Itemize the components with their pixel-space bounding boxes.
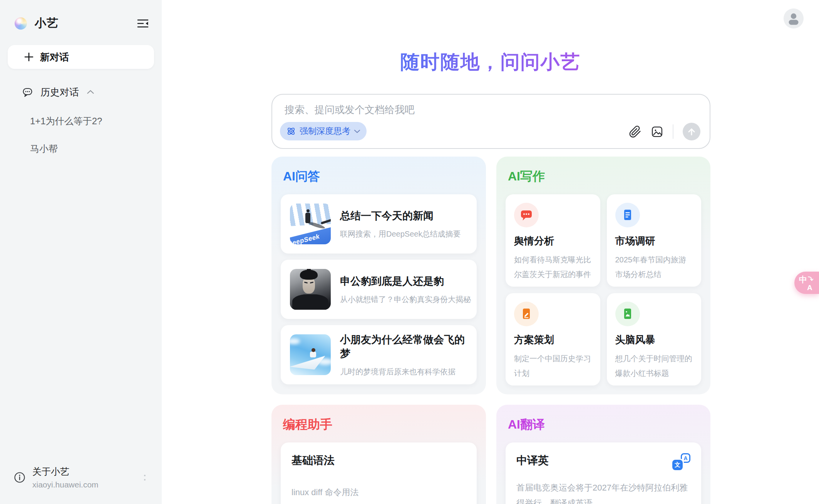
code-card-basics[interactable]: 基础语法 linux diff 命令用法 bbox=[281, 442, 477, 504]
translate-float-button[interactable]: 中 A bbox=[794, 272, 819, 294]
card-title: 小朋友为什么经常做会飞的梦 bbox=[340, 333, 471, 360]
comment-bubble-icon bbox=[514, 203, 539, 227]
document-icon bbox=[615, 203, 640, 227]
card-desc: 制定一个中国历史学习计划 bbox=[514, 351, 592, 381]
section-ai-qa: AI问答 DeepSeek 总结一下今天的新闻 联网搜索，用DeepSeek总结… bbox=[271, 157, 486, 394]
card-title: 总结一下今天的新闻 bbox=[340, 209, 461, 223]
history-label: 历史对话 bbox=[40, 86, 79, 98]
translate-icon: A 文 bbox=[672, 453, 690, 470]
flying-dream-thumbnail bbox=[290, 334, 331, 375]
card-desc: 想几个关于时间管理的爆款小红书标题 bbox=[615, 351, 693, 381]
history-item[interactable]: 1+1为什么等于2? bbox=[0, 107, 162, 135]
attach-file-icon[interactable] bbox=[629, 125, 641, 138]
card-title: 方案策划 bbox=[514, 333, 592, 347]
chinese-char: 中 bbox=[799, 274, 807, 285]
plus-icon bbox=[24, 52, 34, 62]
card-desc: 如何看待马斯克曝光比尔盖茨关于新冠的事件 bbox=[514, 252, 592, 282]
prompt-input[interactable] bbox=[285, 103, 631, 120]
new-chat-label: 新对话 bbox=[40, 51, 69, 63]
write-card-planning[interactable]: 方案策划 制定一个中国历史学习计划 bbox=[506, 293, 600, 386]
image-doc-icon bbox=[615, 302, 640, 326]
section-ai-translation: AI翻译 中译英 A 文 首届电竞奥运会将于2027年在沙特阿拉伯利雅得举行。翻… bbox=[496, 405, 710, 504]
collapse-sidebar-icon[interactable] bbox=[137, 18, 149, 28]
write-card-sentiment[interactable]: 舆情分析 如何看待马斯克曝光比尔盖茨关于新冠的事件 bbox=[506, 194, 600, 287]
page-title: 随时随地，问问小艺 bbox=[162, 49, 819, 75]
suggestion-sections: AI问答 DeepSeek 总结一下今天的新闻 联网搜索，用DeepSeek总结… bbox=[271, 157, 710, 504]
main-content: 随时随地，问问小艺 强制深度思考 bbox=[162, 0, 819, 504]
user-avatar[interactable] bbox=[784, 8, 804, 28]
about-link[interactable]: 关于小艺 bbox=[32, 466, 99, 478]
card-desc: linux diff 命令用法 bbox=[291, 485, 466, 500]
card-title: 舆情分析 bbox=[514, 234, 592, 248]
translate-card-zh-en[interactable]: 中译英 A 文 首届电竞奥运会将于2027年在沙特阿拉伯利雅得举行。翻译成英语 bbox=[506, 442, 701, 504]
card-desc: 首届电竞奥运会将于2027年在沙特阿拉伯利雅得举行。翻译成英语 bbox=[516, 480, 690, 504]
arrow-up-icon bbox=[687, 127, 697, 137]
xiaoyi-logo-icon bbox=[15, 17, 27, 30]
section-title: AI问答 bbox=[283, 168, 477, 185]
card-title: 基础语法 bbox=[291, 453, 466, 468]
translate-arrow-icon bbox=[807, 276, 814, 282]
qa-card-news[interactable]: DeepSeek 总结一下今天的新闻 联网搜索，用DeepSeek总结成摘要 bbox=[281, 194, 477, 254]
section-title: AI翻译 bbox=[508, 416, 701, 433]
section-title: AI写作 bbox=[508, 168, 701, 185]
card-desc: 联网搜索，用DeepSeek总结成摘要 bbox=[340, 229, 461, 239]
card-desc: 儿时的梦境背后原来也有科学依据 bbox=[340, 367, 471, 377]
info-icon bbox=[14, 472, 25, 483]
history-list: 1+1为什么等于2? 马小帮 bbox=[0, 107, 162, 163]
write-card-research[interactable]: 市场调研 2025年春节国内旅游市场分析总结 bbox=[607, 194, 702, 287]
atom-icon bbox=[286, 126, 296, 136]
send-button[interactable] bbox=[683, 123, 700, 140]
write-card-brainstorm[interactable]: 头脑风暴 想几个关于时间管理的爆款小红书标题 bbox=[607, 293, 702, 386]
section-coding-assistant: 编程助手 基础语法 linux diff 命令用法 bbox=[271, 405, 486, 504]
chat-history-icon bbox=[22, 87, 33, 97]
divider bbox=[673, 124, 673, 139]
qa-card-flying-dream[interactable]: 小朋友为什么经常做会飞的梦 儿时的梦境背后原来也有科学依据 bbox=[281, 325, 477, 384]
upload-image-icon[interactable] bbox=[651, 125, 663, 138]
prompt-input-box[interactable]: 强制深度思考 bbox=[271, 94, 710, 149]
card-title: 头脑风暴 bbox=[615, 333, 693, 347]
section-ai-writing: AI写作 舆情分析 如何看待马斯克曝光比尔盖茨关于新冠的事件 bbox=[496, 157, 710, 394]
card-title: 申公豹到底是人还是豹 bbox=[340, 274, 471, 288]
sidebar: 小艺 新对话 历史对话 bbox=[0, 0, 162, 504]
sidebar-header: 小艺 bbox=[0, 0, 162, 31]
history-item[interactable]: 马小帮 bbox=[0, 135, 162, 163]
chevron-down-icon bbox=[354, 129, 360, 134]
qa-card-shengongbao[interactable]: 申公豹到底是人还是豹 从小就想错了？申公豹真实身份大揭秘 bbox=[281, 260, 477, 319]
app-title: 小艺 bbox=[35, 15, 59, 31]
section-title: 编程助手 bbox=[283, 416, 477, 433]
shengongbao-thumbnail bbox=[290, 269, 331, 310]
person-icon bbox=[784, 8, 804, 28]
plan-edit-icon bbox=[514, 302, 539, 326]
history-header[interactable]: 历史对话 bbox=[11, 82, 151, 102]
card-desc: 2025年春节国内旅游市场分析总结 bbox=[615, 252, 693, 282]
card-title: 市场调研 bbox=[615, 234, 693, 248]
deepseek-thumbnail: DeepSeek bbox=[290, 204, 331, 244]
sidebar-footer: 关于小艺 xiaoyi.huawei.com bbox=[0, 466, 162, 504]
input-actions bbox=[629, 123, 700, 140]
latin-char: A bbox=[807, 284, 812, 292]
deep-think-label: 强制深度思考 bbox=[300, 125, 350, 137]
more-options-icon[interactable] bbox=[142, 472, 148, 483]
card-desc: 从小就想错了？申公豹真实身份大揭秘 bbox=[340, 294, 471, 305]
new-chat-button[interactable]: 新对话 bbox=[8, 45, 154, 69]
chevron-up-icon[interactable] bbox=[87, 90, 94, 94]
card-title: 中译英 bbox=[516, 453, 549, 468]
deep-think-toggle[interactable]: 强制深度思考 bbox=[280, 122, 367, 140]
about-domain: xiaoyi.huawei.com bbox=[32, 480, 99, 489]
